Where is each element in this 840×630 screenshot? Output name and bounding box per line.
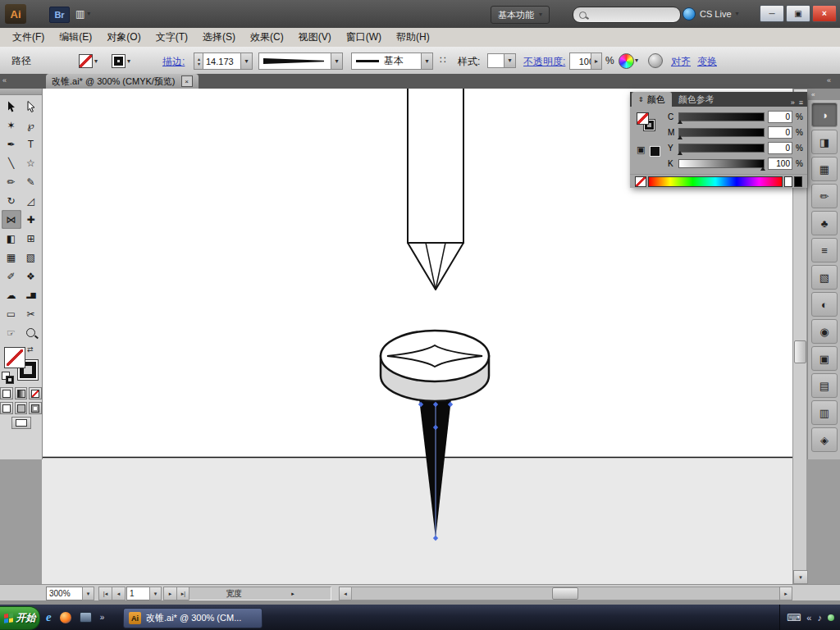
blend-tool[interactable]: ❖ xyxy=(21,267,41,285)
draw-inside-button[interactable] xyxy=(29,402,42,414)
dock-graphic-styles-icon[interactable]: ▣ xyxy=(811,346,838,371)
shape-builder-tool[interactable]: ◧ xyxy=(2,229,21,248)
perspective-grid-tool[interactable]: ⊞ xyxy=(21,229,41,248)
pencil-tool[interactable]: ✎ xyxy=(21,172,41,191)
dock-symbols-icon[interactable]: ♣ xyxy=(811,211,838,235)
tools-panel-grip[interactable] xyxy=(0,89,42,95)
spectrum-none-swatch[interactable] xyxy=(635,176,646,187)
artboard-tool[interactable]: ▭ xyxy=(2,304,21,323)
swap-fill-stroke-icon[interactable]: ⇄ xyxy=(27,345,34,354)
menu-window[interactable]: 窗口(W) xyxy=(339,28,389,47)
dock-gradient-icon[interactable]: ▧ xyxy=(811,265,838,290)
next-artboard-button[interactable]: ▸ xyxy=(163,587,177,600)
artboard-dropdown-button[interactable]: ▾ xyxy=(149,587,162,600)
lasso-tool[interactable]: ℘ xyxy=(21,116,41,135)
yellow-slider[interactable] xyxy=(678,144,765,153)
horizontal-scrollbar[interactable] xyxy=(351,587,781,600)
stepper-down-icon[interactable]: ▾ xyxy=(198,62,200,66)
arrange-documents-button[interactable]: ▥ ▾ xyxy=(75,7,90,21)
show-desktop-icon[interactable] xyxy=(80,612,92,623)
brush-options-icon[interactable]: ∷ xyxy=(440,54,446,66)
stroke-panel-link[interactable]: 描边: xyxy=(162,55,185,69)
dock-artboards-icon[interactable]: ▥ xyxy=(811,400,838,425)
gradient-button[interactable] xyxy=(15,387,28,399)
workspace-switcher[interactable]: 基本功能 ▾ xyxy=(491,6,550,24)
tab-color-guide[interactable]: 颜色参考 xyxy=(672,92,721,107)
quick-launch-overflow-icon[interactable]: » xyxy=(100,613,105,622)
dock-appearance-icon[interactable]: ◉ xyxy=(811,319,838,344)
symbol-sprayer-tool[interactable]: ☁ xyxy=(2,285,21,304)
recolor-artwork-icon[interactable] xyxy=(619,53,634,69)
slider-pointer[interactable] xyxy=(678,135,682,139)
rotate-tool[interactable]: ↻ xyxy=(2,191,21,210)
width-profile-dropdown-button[interactable]: ▾ xyxy=(331,52,343,70)
opacity-link[interactable]: 不透明度: xyxy=(523,55,565,69)
first-artboard-button[interactable]: |◂ xyxy=(98,587,112,600)
tab-color[interactable]: ⇕ 颜色 xyxy=(632,92,672,107)
dock-color-guide-icon[interactable]: ◨ xyxy=(811,130,838,154)
menu-select[interactable]: 选择(S) xyxy=(195,28,243,47)
cyan-slider[interactable] xyxy=(678,112,765,121)
close-button[interactable]: × xyxy=(812,5,837,22)
menu-effect[interactable]: 效果(C) xyxy=(243,28,291,47)
slider-pointer[interactable] xyxy=(678,120,682,124)
gradient-tool[interactable]: ▧ xyxy=(21,248,41,267)
screen-mode-button[interactable] xyxy=(11,417,31,429)
stroke-color-dropdown[interactable]: ▾ xyxy=(112,54,130,68)
brush-dropdown-button[interactable]: ▾ xyxy=(421,52,433,70)
document-tab[interactable]: 改锥.ai* @ 300% (CMYK/预览) × xyxy=(46,74,199,89)
expand-dock-button[interactable]: « xyxy=(808,89,840,100)
tab-close-icon[interactable]: × xyxy=(181,75,193,87)
panel-expand-icon[interactable]: » xyxy=(791,98,795,107)
opacity-slider-button[interactable]: ▸ xyxy=(591,52,602,70)
zoom-dropdown-button[interactable]: ▾ xyxy=(82,587,94,600)
mesh-tool[interactable]: ▦ xyxy=(2,248,21,267)
column-graph-tool[interactable]: ▂▆ xyxy=(21,285,41,304)
menu-file[interactable]: 文件(F) xyxy=(5,28,52,47)
cs-live-button[interactable]: CS Live ▾ xyxy=(682,6,739,22)
none-button[interactable] xyxy=(29,387,42,399)
gamut-color-swatch[interactable] xyxy=(650,146,660,157)
dock-brushes-icon[interactable]: ✏ xyxy=(811,184,838,208)
black-value[interactable]: 100 xyxy=(768,158,792,170)
scroll-down-button[interactable]: ▾ xyxy=(793,570,808,584)
menu-help[interactable]: 帮助(H) xyxy=(389,28,437,47)
horizontal-scroll-thumb[interactable] xyxy=(552,587,578,600)
collapse-left-icon[interactable]: « xyxy=(2,77,7,84)
magenta-value[interactable]: 0 xyxy=(768,126,792,139)
transform-link[interactable]: 变换 xyxy=(697,55,717,69)
slider-pointer[interactable] xyxy=(760,167,765,171)
free-transform-tool[interactable]: ✚ xyxy=(21,210,41,229)
dock-navigator-icon[interactable]: ◈ xyxy=(811,427,838,452)
slice-tool[interactable]: ✂ xyxy=(21,304,41,323)
scroll-right-button[interactable]: ▸ xyxy=(779,587,792,600)
tray-collapse-icon[interactable]: « xyxy=(806,613,811,623)
dock-transparency-icon[interactable]: ◐ xyxy=(811,292,838,317)
keyboard-layout-icon[interactable]: ⌨ xyxy=(787,612,801,623)
scroll-left-button[interactable]: ◂ xyxy=(339,587,352,600)
bridge-button[interactable]: Br xyxy=(49,7,70,23)
restore-button[interactable]: ▣ xyxy=(786,5,810,22)
type-tool[interactable]: T xyxy=(21,135,41,153)
menu-object[interactable]: 对象(O) xyxy=(99,28,148,47)
slider-pointer[interactable] xyxy=(678,151,682,155)
fill-swatch[interactable] xyxy=(4,347,25,368)
spectrum-white-swatch[interactable] xyxy=(784,176,792,187)
dock-stroke-icon[interactable]: ≡ xyxy=(811,238,838,262)
line-segment-tool[interactable]: ╲ xyxy=(2,153,21,172)
menu-type[interactable]: 文字(T) xyxy=(148,28,195,47)
draw-normal-button[interactable] xyxy=(0,402,13,414)
eyedropper-tool[interactable]: ✐ xyxy=(2,267,21,285)
black-slider[interactable] xyxy=(678,159,765,168)
scale-tool[interactable]: ◿ xyxy=(21,191,41,210)
spectrum-black-swatch[interactable] xyxy=(794,176,802,187)
document-setup-icon[interactable] xyxy=(648,53,663,68)
selection-tool[interactable] xyxy=(2,97,21,116)
yellow-value[interactable]: 0 xyxy=(768,142,792,154)
network-status-icon[interactable] xyxy=(828,614,834,621)
magenta-slider[interactable] xyxy=(678,128,765,137)
graphic-style-swatch[interactable] xyxy=(487,53,505,68)
volume-icon[interactable]: ♪ xyxy=(817,613,822,623)
dock-layers-icon[interactable]: ▤ xyxy=(811,373,838,398)
draw-behind-button[interactable] xyxy=(15,402,28,414)
